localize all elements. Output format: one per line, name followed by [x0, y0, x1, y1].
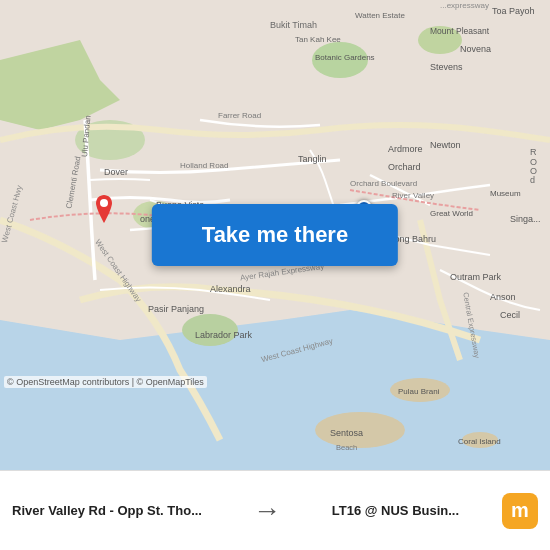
moovit-icon: m	[502, 493, 538, 529]
svg-text:Farrer Road: Farrer Road	[218, 111, 261, 120]
svg-text:Orchard Boulevard: Orchard Boulevard	[350, 179, 417, 188]
svg-text:Orchard: Orchard	[388, 162, 421, 172]
from-stop-info: River Valley Rd - Opp St. Tho...	[12, 503, 202, 518]
svg-text:Watten Estate: Watten Estate	[355, 11, 406, 20]
svg-text:Museum: Museum	[490, 189, 521, 198]
svg-text:Botanic Gardens: Botanic Gardens	[315, 53, 375, 62]
svg-text:R: R	[530, 147, 537, 157]
svg-text:Alexandra: Alexandra	[210, 284, 251, 294]
to-stop-name: LT16 @ NUS Busin...	[332, 503, 459, 518]
svg-text:River Valley: River Valley	[392, 191, 434, 200]
map-container: Bukit Timah Watten Estate Tan Kah Kee Bo…	[0, 0, 550, 470]
svg-point-57	[100, 199, 108, 207]
svg-text:d: d	[530, 175, 535, 185]
svg-text:Labrador Park: Labrador Park	[195, 330, 253, 340]
footer-direction-arrow: →	[245, 495, 289, 527]
direction-arrow-icon: →	[253, 495, 281, 527]
take-me-there-button[interactable]: Take me there	[152, 204, 398, 266]
svg-text:Mount Pleasant: Mount Pleasant	[430, 26, 490, 36]
svg-text:Novena: Novena	[460, 44, 491, 54]
svg-text:Cecil: Cecil	[500, 310, 520, 320]
map-attribution: © OpenStreetMap contributors | © OpenMap…	[4, 376, 207, 388]
svg-text:Pulau Brani: Pulau Brani	[398, 387, 440, 396]
origin-pin	[92, 195, 116, 227]
svg-text:Tanglin: Tanglin	[298, 154, 327, 164]
svg-text:Tan Kah Kee: Tan Kah Kee	[295, 35, 341, 44]
svg-text:Newton: Newton	[430, 140, 461, 150]
svg-text:Stevens: Stevens	[430, 62, 463, 72]
moovit-logo: m	[502, 493, 538, 529]
svg-text:Coral Island: Coral Island	[458, 437, 501, 446]
svg-text:Singa...: Singa...	[510, 214, 541, 224]
svg-text:Pasir Panjang: Pasir Panjang	[148, 304, 204, 314]
svg-text:Sentosa: Sentosa	[330, 428, 363, 438]
svg-text:Dover: Dover	[104, 167, 128, 177]
svg-text:Holland Road: Holland Road	[180, 161, 228, 170]
svg-text:Beach: Beach	[336, 443, 357, 452]
svg-text:...expressway: ...expressway	[440, 1, 489, 10]
to-stop-info: LT16 @ NUS Busin...	[332, 503, 459, 518]
svg-text:Bukit Timah: Bukit Timah	[270, 20, 317, 30]
svg-text:Great World: Great World	[430, 209, 473, 218]
svg-text:Toa Payoh: Toa Payoh	[492, 6, 535, 16]
from-stop-name: River Valley Rd - Opp St. Tho...	[12, 503, 202, 518]
svg-text:Outram Park: Outram Park	[450, 272, 502, 282]
svg-text:Anson: Anson	[490, 292, 516, 302]
svg-text:Ardmore: Ardmore	[388, 144, 423, 154]
footer-bar: River Valley Rd - Opp St. Tho... → LT16 …	[0, 470, 550, 550]
